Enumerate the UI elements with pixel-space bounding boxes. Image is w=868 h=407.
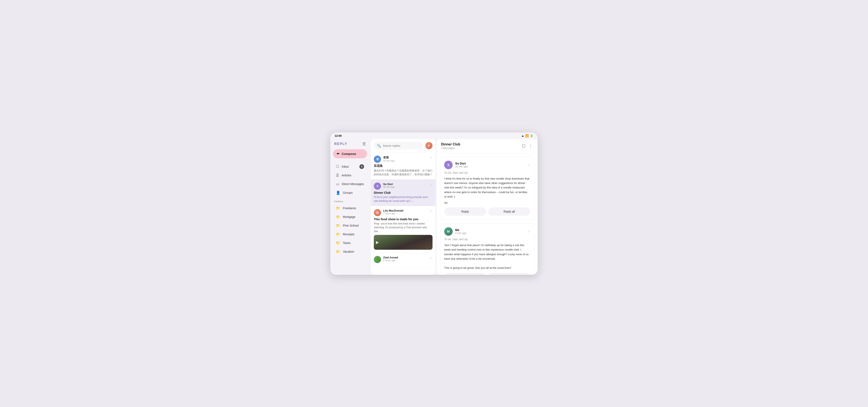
articles-label: Articles — [342, 174, 351, 177]
folder-icon: 📁 — [336, 206, 340, 211]
sidebar-item-taxes[interactable]: 📁 Taxes — [332, 239, 368, 247]
star-button-4[interactable]: ☆ — [430, 256, 433, 260]
sidebar: REPLY ☰ ✏ Compose ☐ Inbox 4 ☰ Articles ▭… — [330, 139, 370, 275]
star-msg-2[interactable]: ☆ — [527, 229, 530, 233]
mail-item-1[interactable]: 老 老强 10 min ago ☆ 豆花鱼 最近忙吗？昨晚我去了你最爱的那家饭馆… — [371, 153, 435, 180]
sidebar-item-mortgage[interactable]: 📁 Mortgage — [332, 213, 368, 221]
sidebar-item-pine-school[interactable]: 📁 Pine School — [332, 221, 368, 230]
folder-icon: 📁 — [336, 215, 340, 219]
star-button-1[interactable]: ☆ — [430, 156, 433, 160]
middle-column: 🔍 P 老 老强 10 min ago ☆ 豆花鱼 — [371, 139, 435, 275]
folder-icon: 📁 — [336, 232, 340, 237]
receipts-label: Receipts — [343, 232, 354, 236]
sidebar-item-vacation[interactable]: 📁 Vacation — [332, 247, 368, 256]
groups-label: Groups — [343, 191, 352, 194]
thread-count: 3 Messages — [441, 147, 460, 150]
star-button-3[interactable]: ☆ — [430, 209, 433, 213]
star-msg-1[interactable]: ☆ — [527, 163, 530, 167]
avatar-msg-soduri: S — [444, 161, 453, 169]
search-input-wrap[interactable]: 🔍 — [374, 142, 423, 150]
sidebar-item-receipts[interactable]: 📁 Receipts — [332, 230, 368, 239]
inbox-label: Inbox — [342, 165, 349, 168]
thread-header: Dinner Club 3 Messages ☐ ⋮ — [437, 139, 538, 153]
star-button-2[interactable]: ☆ — [430, 183, 433, 187]
messages-container: S So Duri 20 min ago ☆ To me, Ziad, and … — [437, 153, 538, 275]
time-ago-4: 6 hours ago — [383, 259, 428, 261]
search-icon: 🔍 — [377, 144, 381, 148]
mail-item-2[interactable]: S So Duri 20 min ago ☆ Dinner Club I'll … — [371, 180, 435, 206]
mail-preview-1: 最近忙吗？昨晚我去了你最爱的那家饭馆，点了他们的特色豆花鱼，吃着吃着就想你了。有… — [374, 169, 433, 176]
mail-meta-4: Ziad Aouad 6 hours ago — [383, 256, 428, 261]
groups-icon: 👤 — [336, 191, 340, 195]
avatar-ziad: 🌿 — [374, 256, 381, 263]
mail-item-1-header: 老 老强 10 min ago ☆ — [374, 156, 433, 163]
sender-name-4: Ziad Aouad — [383, 256, 428, 259]
msg-meta-2: Me 4 min ago — [455, 228, 525, 234]
mortgage-label: Mortgage — [343, 215, 355, 219]
message-header-2: M Me 4 min ago ☆ — [444, 227, 530, 236]
mail-item-4-header: 🌿 Ziad Aouad 6 hours ago ☆ — [374, 256, 433, 263]
menu-icon[interactable]: ☰ — [362, 142, 366, 146]
avatar-soduri: S — [374, 183, 381, 190]
signal-icon: 📶 — [525, 134, 529, 137]
reply-all-button-2[interactable]: Reply all — [488, 273, 530, 275]
sidebar-item-groups[interactable]: 👤 Groups — [332, 188, 368, 197]
app-logo: REPLY — [334, 142, 347, 146]
sidebar-header: REPLY ☰ — [330, 142, 370, 149]
msg-meta-1: So Duri 20 min ago — [455, 162, 525, 168]
pencil-icon: ✏ — [337, 152, 340, 156]
battery-icon: 🔋 — [530, 134, 533, 137]
mail-subject-1: 豆花鱼 — [374, 164, 433, 168]
mail-image-inner: ▶ — [374, 235, 433, 250]
sender-name-1: 老强 — [383, 156, 428, 159]
mail-list: 老 老强 10 min ago ☆ 豆花鱼 最近忙吗？昨晚我去了你最爱的那家饭馆… — [371, 153, 435, 275]
clock: 12:00 — [335, 134, 342, 137]
msg-sender-2: Me — [455, 228, 525, 232]
avatar-msg-me: M — [444, 227, 453, 236]
avatar-lily: 🌸 — [374, 209, 381, 216]
sidebar-item-articles[interactable]: ☰ Articles — [332, 171, 368, 180]
msg-to-2: To me, Ziad, and Lily — [444, 238, 530, 241]
search-input[interactable] — [383, 144, 420, 147]
mail-subject-2: Dinner Club — [374, 191, 433, 194]
thread-info: Dinner Club 3 Messages — [441, 143, 460, 150]
msg-time-2: 4 min ago — [455, 232, 525, 234]
compose-label: Compose — [342, 152, 356, 156]
sidebar-item-inbox[interactable]: ☐ Inbox 4 — [332, 162, 368, 171]
reply-button-2[interactable]: Reply — [444, 273, 486, 275]
articles-icon: ☰ — [336, 173, 339, 178]
folder-icon: 📁 — [336, 223, 340, 228]
thread-title: Dinner Club — [441, 143, 460, 146]
msg-body-1: I think it's time for us to finally try … — [444, 176, 530, 199]
status-icons: ▲ 📶 🔋 — [521, 134, 533, 137]
mail-item-4[interactable]: 🌿 Ziad Aouad 6 hours ago ☆ — [371, 253, 435, 268]
reply-all-button-1[interactable]: Reply all — [488, 207, 530, 216]
archive-button[interactable]: ☐ — [521, 143, 526, 149]
wifi-icon: ▲ — [521, 134, 524, 137]
inbox-badge: 4 — [360, 164, 364, 169]
sidebar-item-direct-messages[interactable]: ▭ Direct Messages — [332, 180, 368, 188]
taxes-label: Taxes — [343, 241, 351, 245]
msg-body-2: Yes! I forgot about that place! I'm defi… — [444, 243, 530, 270]
time-ago-2: 20 min ago — [383, 186, 428, 188]
folder-icon: 📁 — [336, 250, 340, 254]
search-bar: 🔍 P — [371, 139, 435, 153]
mail-preview-2: I'll be in your neighbourhood doing erra… — [374, 195, 433, 203]
compose-button[interactable]: ✏ Compose — [333, 149, 367, 158]
folders-label: Folders — [330, 197, 370, 204]
thread-actions: ☐ ⋮ — [521, 143, 533, 149]
more-options-button[interactable]: ⋮ — [528, 143, 533, 149]
reply-button-1[interactable]: Reply — [444, 207, 486, 216]
mail-item-2-header: S So Duri 20 min ago ☆ — [374, 183, 433, 190]
right-panel: Dinner Club 3 Messages ☐ ⋮ S So Duri 20 … — [437, 139, 538, 275]
mail-item-3[interactable]: 🌸 Lily MacDonald 2 hours ago ☆ This food… — [371, 206, 435, 253]
direct-messages-label: Direct Messages — [342, 182, 364, 186]
pine-school-label: Pine School — [343, 224, 359, 227]
message-card-1: S So Duri 20 min ago ☆ To me, Ziad, and … — [440, 157, 534, 220]
sidebar-item-freelance[interactable]: 📁 Freelance — [332, 204, 368, 213]
message-header-1: S So Duri 20 min ago ☆ — [444, 161, 530, 169]
status-bar: 12:00 ▲ 📶 🔋 — [330, 132, 538, 139]
msg-time-1: 20 min ago — [455, 165, 525, 168]
freelance-label: Freelance — [343, 207, 356, 210]
sender-name-3: Lily MacDonald — [383, 209, 428, 212]
